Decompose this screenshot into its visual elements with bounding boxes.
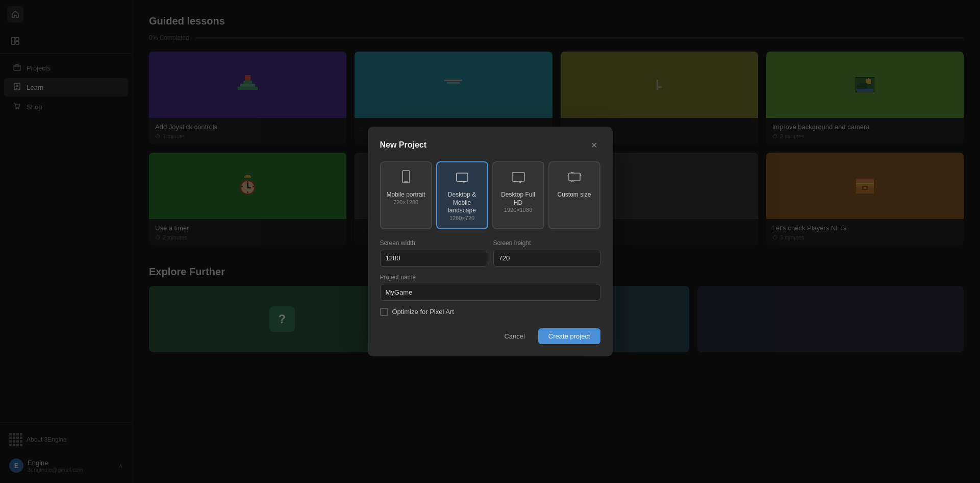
desktop-mobile-landscape-icon <box>455 170 469 187</box>
form-dimensions-row: Screen width Screen height <box>380 239 600 267</box>
screen-width-input[interactable] <box>380 250 487 267</box>
optimize-label: Optimize for Pixel Art <box>392 308 454 316</box>
preset-grid: Mobile portrait 720×1280 Desktop & Mobil… <box>380 161 600 229</box>
svg-rect-40 <box>403 171 410 183</box>
optimize-checkbox[interactable] <box>380 308 388 316</box>
optimize-checkbox-row: Optimize for Pixel Art <box>380 308 600 316</box>
new-project-modal: New Project ✕ Mobile portrait 720×1280 <box>368 127 613 356</box>
preset-mobile-portrait[interactable]: Mobile portrait 720×1280 <box>380 161 432 229</box>
preset-desktop-full-hd[interactable]: Desktop Full HD 1920×1080 <box>492 161 544 229</box>
preset-custom-size[interactable]: Custom size <box>548 161 600 229</box>
create-project-button[interactable]: Create project <box>538 328 600 344</box>
modal-overlay[interactable]: New Project ✕ Mobile portrait 720×1280 <box>0 0 980 483</box>
cancel-button[interactable]: Cancel <box>496 328 533 344</box>
svg-rect-42 <box>457 173 468 181</box>
project-name-label: Project name <box>380 274 600 281</box>
preset-custom-size-label: Custom size <box>557 191 591 199</box>
preset-desktop-mobile-landscape-label: Desktop & Mobile landscape 1280×720 <box>442 191 482 221</box>
project-name-input[interactable] <box>380 284 600 301</box>
svg-rect-41 <box>405 182 408 182</box>
preset-desktop-full-hd-label: Desktop Full HD 1920×1080 <box>498 191 538 213</box>
modal-close-button[interactable]: ✕ <box>588 139 600 151</box>
mobile-portrait-icon <box>399 170 413 187</box>
screen-width-label: Screen width <box>380 239 487 247</box>
modal-footer: Cancel Create project <box>380 328 600 344</box>
preset-mobile-portrait-label: Mobile portrait 720×1280 <box>386 191 425 205</box>
screen-height-label: Screen height <box>493 239 600 247</box>
form-group-height: Screen height <box>493 239 600 267</box>
svg-rect-45 <box>512 173 524 181</box>
modal-header: New Project ✕ <box>380 139 600 151</box>
preset-desktop-mobile-landscape[interactable]: Desktop & Mobile landscape 1280×720 <box>436 161 488 229</box>
modal-title: New Project <box>380 140 427 150</box>
form-group-width: Screen width <box>380 239 487 267</box>
form-name-row: Project name <box>380 274 600 301</box>
custom-size-icon <box>567 170 582 187</box>
desktop-full-hd-icon <box>511 170 525 187</box>
form-group-name: Project name <box>380 274 600 301</box>
screen-height-input[interactable] <box>493 250 600 267</box>
svg-rect-48 <box>569 173 580 181</box>
